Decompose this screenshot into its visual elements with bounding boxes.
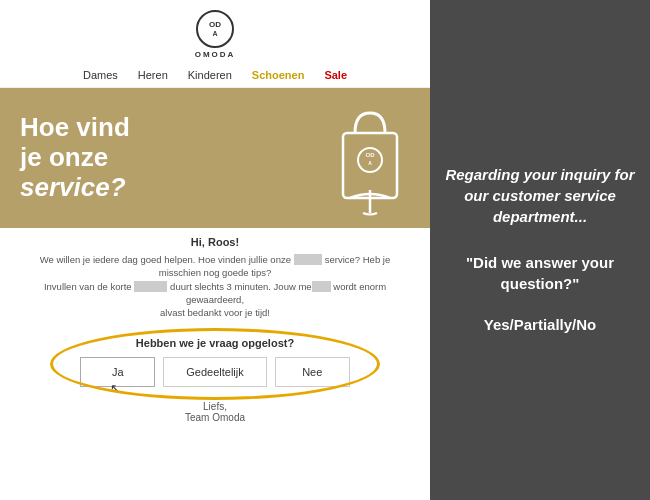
annotation-question: "Did we answer your question?" [445, 252, 635, 294]
svg-text:A: A [368, 160, 372, 166]
hero-headline: Hoe vind je onze service? [20, 113, 130, 203]
svg-text:OD: OD [366, 152, 376, 158]
nav-kinderen[interactable]: Kinderen [188, 69, 232, 81]
annotation-panel: Regarding your inquiry for our customer … [430, 0, 650, 500]
logo-area: OD A OMODA [195, 0, 236, 65]
email-footer: Liefs, Team Omoda [185, 395, 245, 428]
annotation-options: Yes/Partially/No [484, 314, 597, 337]
hero-text: Hoe vind je onze service? [20, 113, 130, 203]
footer-team: Team Omoda [185, 412, 245, 423]
annotation-heading: Regarding your inquiry for our customer … [445, 164, 635, 227]
nav-bar: Dames Heren Kinderen Schoenen Sale [0, 65, 430, 88]
omoda-logo: OD A [196, 10, 234, 48]
nav-sale[interactable]: Sale [324, 69, 347, 81]
question-label: Hebben we je vraag opgelost? [136, 337, 294, 349]
email-body-text: We willen je iedere dag goed helpen. Hoe… [20, 253, 410, 319]
shopping-bag-icon: OD A [325, 98, 415, 218]
ja-button[interactable]: Ja ↖ [80, 357, 155, 387]
brand-name: OMODA [195, 50, 236, 59]
hero-banner: Hoe vind je onze service? OD A [0, 88, 430, 228]
nee-button[interactable]: Nee [275, 357, 350, 387]
email-greeting: Hi, Roos! [20, 236, 410, 248]
gedeeltelijk-button[interactable]: Gedeeltelijk [163, 357, 266, 387]
question-section: Hebben we je vraag opgelost? Ja ↖ Gedeel… [0, 332, 430, 395]
nav-dames[interactable]: Dames [83, 69, 118, 81]
answer-buttons: Ja ↖ Gedeeltelijk Nee [80, 357, 349, 387]
nav-heren[interactable]: Heren [138, 69, 168, 81]
email-body: Hi, Roos! We willen je iedere dag goed h… [0, 228, 430, 332]
email-container: OD A OMODA Dames Heren Kinderen Schoenen… [0, 0, 430, 428]
nav-schoenen[interactable]: Schoenen [252, 69, 305, 81]
email-preview: OD A OMODA Dames Heren Kinderen Schoenen… [0, 0, 430, 500]
footer-liefs: Liefs, [185, 401, 245, 412]
